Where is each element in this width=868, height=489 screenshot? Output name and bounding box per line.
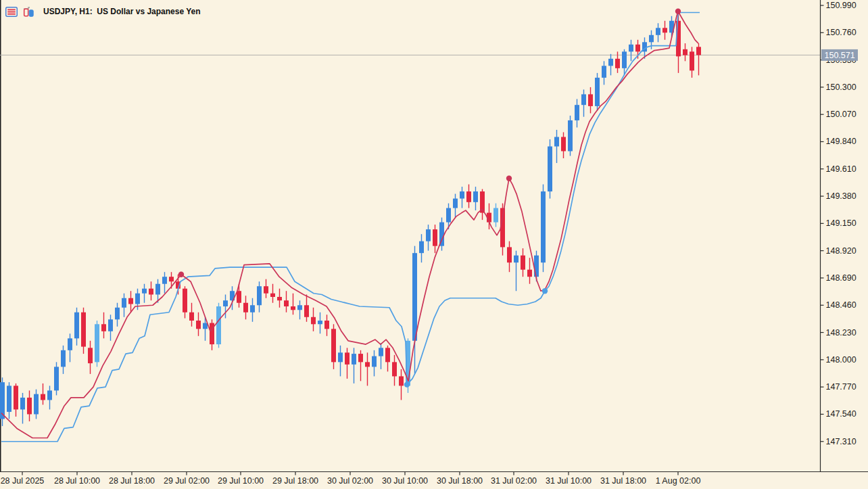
candle-body — [81, 312, 86, 347]
chart-titlebar: USDJPY, H1: US Dollar vs Japanese Yen — [5, 5, 201, 18]
ohlc-panel-icon[interactable] — [5, 7, 18, 17]
candle-body — [568, 120, 573, 152]
candle-body — [656, 28, 660, 35]
candle-body — [507, 247, 512, 262]
price-tick-label: 148.690 — [826, 273, 857, 283]
chart-canvas[interactable]: 150.990150.760150.530150.300150.070149.8… — [0, 0, 868, 489]
chart-title: USDJPY, H1: US Dollar vs Japanese Yen — [39, 7, 201, 16]
candle-body — [304, 305, 309, 317]
candle-body — [419, 241, 424, 254]
candle-body — [629, 45, 633, 52]
time-tick-label: 28 Jul 2025 — [1, 476, 45, 486]
indicator-red-dot — [506, 176, 512, 181]
candle-body — [426, 229, 431, 241]
candle-body — [54, 367, 59, 390]
candle-body — [338, 352, 343, 362]
price-tick-label: 150.300 — [826, 83, 857, 92]
candle-body — [61, 350, 66, 367]
candle-body — [392, 362, 397, 376]
candle-body — [331, 329, 336, 362]
candle-body — [115, 308, 120, 320]
candle-body — [135, 294, 140, 304]
candle-body — [588, 94, 593, 106]
candle-body — [399, 376, 404, 386]
candle-body — [47, 390, 52, 400]
candle-body — [196, 321, 201, 329]
candle-body — [297, 305, 302, 310]
candle-body — [358, 354, 363, 362]
candle-body — [88, 348, 93, 363]
candle-body — [514, 256, 519, 263]
candle-body — [34, 394, 39, 415]
time-tick-label: 29 Jul 10:00 — [218, 476, 264, 486]
candle-body — [548, 146, 552, 191]
candle-body — [20, 398, 25, 410]
candle-body — [142, 289, 147, 294]
time-tick-label: 31 Jul 02:00 — [491, 476, 537, 486]
indicator-blue-line — [1, 13, 700, 442]
candle-body — [635, 45, 640, 52]
candle-body — [74, 312, 79, 339]
candle-body — [385, 348, 390, 362]
candle-body — [155, 284, 160, 295]
candle-body — [595, 78, 600, 106]
price-tick-label: 147.310 — [826, 437, 857, 446]
candle-body — [608, 59, 613, 66]
candle-body — [183, 289, 187, 312]
candle-body — [541, 191, 546, 262]
candle-body — [690, 51, 694, 70]
candle-body — [649, 35, 654, 43]
bars-chart-icon[interactable] — [22, 7, 34, 17]
candle-body — [527, 270, 532, 277]
price-tick-label: 150.990 — [826, 1, 857, 10]
price-tick-label: 150.760 — [826, 28, 857, 37]
indicator-blue-dot — [404, 381, 410, 387]
indicator-blue-dot — [542, 288, 548, 294]
price-tick-label: 149.150 — [826, 218, 857, 228]
candle-body — [365, 362, 370, 367]
candle-body — [696, 47, 701, 55]
candle-body — [311, 317, 316, 325]
price-tick-label: 148.230 — [826, 328, 857, 337]
candle-body — [270, 294, 275, 297]
candle-body — [277, 297, 282, 300]
candle-body — [122, 298, 126, 308]
candle-body — [95, 324, 99, 362]
candle-body — [101, 324, 106, 331]
price-tick-label: 149.380 — [826, 191, 857, 201]
candle-body — [257, 286, 262, 305]
candle-body — [460, 191, 464, 199]
time-tick-label: 29 Jul 02:00 — [164, 476, 210, 486]
bid-price-label: 150.571 — [825, 51, 855, 60]
price-tick-label: 148.000 — [826, 355, 857, 365]
price-tick-label: 147.540 — [826, 409, 857, 419]
indicator-red-dot — [178, 272, 184, 277]
candle-body — [352, 354, 356, 365]
price-tick-label: 149.610 — [826, 164, 857, 174]
candle-body — [662, 28, 667, 32]
candle-body — [243, 303, 248, 312]
candle-body — [27, 398, 32, 415]
candle-body — [41, 394, 45, 400]
candle-body — [622, 51, 627, 68]
price-tick-label: 148.920 — [826, 246, 857, 256]
candle-body — [433, 229, 437, 246]
price-tick-label: 147.770 — [826, 382, 857, 392]
candle-body — [108, 319, 113, 331]
time-tick-label: 29 Jul 18:00 — [272, 476, 318, 486]
time-tick-label: 28 Jul 10:00 — [54, 476, 100, 486]
candle-body — [466, 191, 471, 202]
time-tick-label: 30 Jul 10:00 — [382, 476, 428, 486]
candle-body — [534, 256, 539, 277]
candle-body — [345, 352, 349, 365]
candle-body — [581, 94, 586, 105]
time-tick-label: 28 Jul 18:00 — [109, 476, 155, 486]
candle-body — [521, 256, 525, 270]
price-tick-label: 149.840 — [826, 137, 857, 146]
time-tick-label: 1 Aug 02:00 — [656, 476, 701, 486]
candle-body — [554, 137, 559, 146]
price-tick-label: 150.070 — [826, 110, 857, 119]
candle-body — [128, 298, 133, 304]
candle-body — [291, 306, 295, 310]
candle-body — [250, 305, 255, 312]
